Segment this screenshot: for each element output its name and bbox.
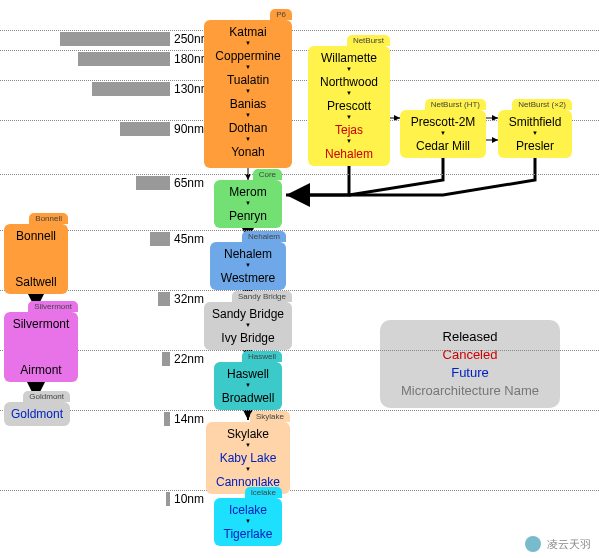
- arrow-down-icon: [310, 138, 388, 146]
- group-tab: Skylake: [250, 411, 290, 422]
- arch-item: Banias: [206, 96, 290, 112]
- arrow-down-icon: [206, 88, 290, 96]
- watermark: 凌云天羽: [525, 536, 591, 552]
- process-label: 180nm: [174, 52, 204, 66]
- arch-item: Willamette: [310, 50, 388, 66]
- process-label: 250nm: [174, 32, 204, 46]
- group-tab: Sandy Bridge: [232, 291, 292, 302]
- group-core: CoreMeromPenryn: [214, 180, 282, 228]
- arch-item: Airmont: [6, 362, 76, 378]
- group-tab: Bonnell: [29, 213, 68, 224]
- legend-maname: Microarchitecture Name: [394, 382, 546, 400]
- process-bar: [136, 176, 170, 190]
- arch-item: Tejas: [310, 122, 388, 138]
- process-label: 32nm: [174, 292, 204, 306]
- arch-item: Kaby Lake: [208, 450, 288, 466]
- process-label: 90nm: [174, 122, 204, 136]
- group-sandy: Sandy BridgeSandy BridgeIvy Bridge: [204, 302, 292, 350]
- group-icelake: IcelakeIcelakeTigerlake: [214, 498, 282, 546]
- process-label: 22nm: [174, 352, 204, 366]
- process-line: [0, 410, 599, 411]
- arrow-down-icon: [216, 382, 280, 390]
- legend-released: Released: [394, 328, 546, 346]
- watermark-icon: [525, 536, 541, 552]
- arch-item: Prescott: [310, 98, 388, 114]
- arch-item: Skylake: [208, 426, 288, 442]
- process-bar: [150, 232, 170, 246]
- arch-item: Ivy Bridge: [206, 330, 290, 346]
- process-label: 10nm: [174, 492, 204, 506]
- arrow-down-icon: [216, 518, 280, 526]
- process-line: [0, 230, 599, 231]
- arch-item: Yonah: [206, 144, 290, 160]
- arrow-down-icon: [310, 114, 388, 122]
- arch-item: Saltwell: [6, 274, 66, 290]
- group-p6: P6KatmaiCoppermineTualatinBaniasDothanYo…: [204, 20, 292, 168]
- arrow-down-icon: [500, 130, 570, 138]
- arrow-down-icon: [208, 442, 288, 450]
- group-nehalem_grp: NehalemNehalemWestmere: [210, 242, 286, 290]
- group-haswell: HaswellHaswellBroadwell: [214, 362, 282, 410]
- group-tab: NetBurst (HT): [425, 99, 486, 110]
- group-tab: Goldmont: [23, 391, 70, 402]
- process-bar: [78, 52, 170, 66]
- arrow-down-icon: [212, 262, 284, 270]
- arch-item: Katmai: [206, 24, 290, 40]
- group-goldmont: GoldmontGoldmont: [4, 402, 70, 426]
- arrow-down-icon: [310, 66, 388, 74]
- group-netburst_ht: NetBurst (HT)Prescott-2MCedar Mill: [400, 110, 486, 158]
- arch-item: Broadwell: [216, 390, 280, 406]
- arch-item: Goldmont: [6, 406, 68, 422]
- arch-item: Silvermont: [6, 316, 76, 332]
- group-silvermont: SilvermontSilvermontAirmont: [4, 312, 78, 382]
- arch-item: Nehalem: [310, 146, 388, 162]
- arrow-down-icon: [206, 64, 290, 72]
- group-tab: Icelake: [245, 487, 282, 498]
- group-netburst: NetBurstWillametteNorthwoodPrescottTejas…: [308, 46, 390, 166]
- arch-item: Haswell: [216, 366, 280, 382]
- arch-item: Presler: [500, 138, 570, 154]
- process-bar: [158, 292, 170, 306]
- group-tab: Silvermont: [28, 301, 78, 312]
- arrow-layer: [0, 0, 599, 558]
- process-line: [0, 350, 599, 351]
- arch-item: Cedar Mill: [402, 138, 484, 154]
- group-tab: P6: [270, 9, 292, 20]
- process-bar: [166, 492, 170, 506]
- diagram-canvas: Released Canceled Future Microarchitectu…: [0, 0, 599, 558]
- process-line: [0, 30, 599, 31]
- arch-item: Smithfield: [500, 114, 570, 130]
- arch-item: Penryn: [216, 208, 280, 224]
- arrow-down-icon: [206, 112, 290, 120]
- arch-item: Nehalem: [212, 246, 284, 262]
- arrow-down-icon: [208, 466, 288, 474]
- process-bar: [92, 82, 170, 96]
- arch-item: Northwood: [310, 74, 388, 90]
- arch-item: Bonnell: [6, 228, 66, 244]
- process-bar: [164, 412, 170, 426]
- arch-item: Merom: [216, 184, 280, 200]
- group-tab: Haswell: [242, 351, 282, 362]
- group-tab: NetBurst: [347, 35, 390, 46]
- group-netburst_x2: NetBurst (×2)SmithfieldPresler: [498, 110, 572, 158]
- group-tab: Nehalem: [242, 231, 286, 242]
- group-tab: Core: [253, 169, 282, 180]
- group-skylake: SkylakeSkylakeKaby LakeCannonlake: [206, 422, 290, 494]
- arch-item: Prescott-2M: [402, 114, 484, 130]
- arch-item: Westmere: [212, 270, 284, 286]
- arch-item: Coppermine: [206, 48, 290, 64]
- process-bar: [120, 122, 170, 136]
- arch-item: Tigerlake: [216, 526, 280, 542]
- arrow-down-icon: [310, 90, 388, 98]
- group-bonnell: BonnellBonnellSaltwell: [4, 224, 68, 294]
- process-line: [0, 50, 599, 51]
- arrow-down-icon: [402, 130, 484, 138]
- arrow-down-icon: [206, 136, 290, 144]
- arch-item: Sandy Bridge: [206, 306, 290, 322]
- process-label: 65nm: [174, 176, 204, 190]
- arrow-down-icon: [206, 322, 290, 330]
- process-bar: [162, 352, 170, 366]
- watermark-text: 凌云天羽: [547, 537, 591, 552]
- process-label: 130nm: [174, 82, 204, 96]
- process-label: 45nm: [174, 232, 204, 246]
